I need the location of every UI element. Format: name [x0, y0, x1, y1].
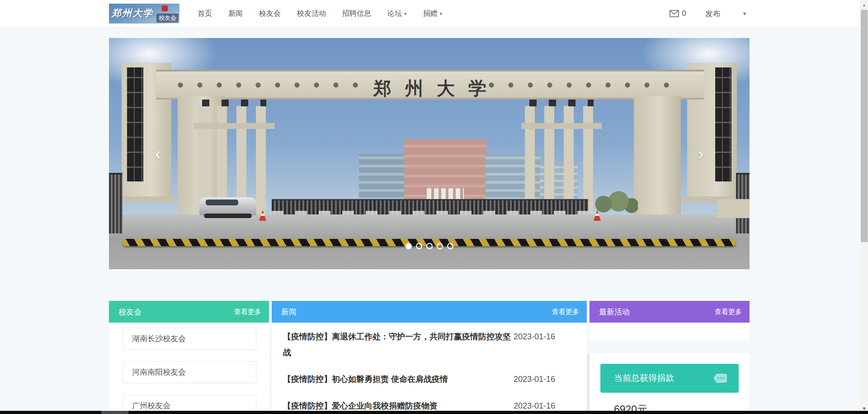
- trees: [595, 187, 638, 215]
- scroll-up-arrow[interactable]: ▲: [860, 1, 868, 9]
- donation-label: 当前总获得捐款: [614, 372, 674, 384]
- messages-button[interactable]: 0: [670, 9, 686, 18]
- section-title: 最新活动: [599, 307, 630, 317]
- nav-item-donate[interactable]: 捐赠▾: [423, 9, 443, 19]
- gate-emblems-left: [177, 81, 371, 89]
- publish-button[interactable]: 发布: [705, 9, 721, 19]
- nav-item-jobs[interactable]: 招聘信息: [342, 9, 371, 19]
- message-count: 0: [682, 9, 686, 18]
- donation-banner: 当前总获得捐款: [600, 364, 739, 393]
- nav-item-forum[interactable]: 论坛▾: [387, 9, 407, 19]
- carousel-dot-3[interactable]: [426, 243, 433, 249]
- news-section: 新闻 查看更多 【疫情防控】离退休工作处：守护一方，共同打赢疫情防控攻坚战 20…: [272, 301, 587, 411]
- carousel-dot-4[interactable]: [437, 243, 443, 249]
- news-title[interactable]: 【疫情防控】初心如磐勇担责 使命在肩战疫情: [283, 371, 448, 387]
- news-date: 2023-01-16: [514, 329, 555, 345]
- news-row[interactable]: 【疫情防控】爱心企业向我校捐赠防疫物资 2023-01-16: [283, 398, 555, 411]
- alumni-section: 校友会 查看更多 湖南长沙校友会 河南南阳校友会 广州校友会: [109, 301, 269, 411]
- user-menu-caret[interactable]: ▾: [740, 9, 750, 19]
- hero-carousel: 郑州大学 ‹ ›: [109, 38, 750, 269]
- gate-pier-right: [634, 96, 681, 219]
- main-nav: 首页 新闻 校友会 校友活动 招聘信息 论坛▾ 捐赠▾: [198, 9, 442, 19]
- nav-item-alumni[interactable]: 校友会: [259, 9, 281, 19]
- news-more-link[interactable]: 查看更多: [552, 308, 579, 316]
- logo-title: 郑州大学: [112, 7, 153, 19]
- parked-car: [199, 197, 256, 215]
- scrollbar-thumb[interactable]: [861, 10, 868, 242]
- news-title[interactable]: 【疫情防控】爱心企业向我校捐赠防疫物资: [283, 398, 438, 411]
- carousel-prev-button[interactable]: ‹: [149, 144, 167, 163]
- activity-list-empty: [590, 323, 750, 341]
- chevron-down-icon: ▾: [404, 11, 407, 17]
- envelope-icon: [670, 10, 679, 17]
- nav-item-activities[interactable]: 校友活动: [297, 9, 326, 19]
- logo-subtitle: 校友会: [156, 14, 179, 23]
- tag-icon: [712, 372, 728, 384]
- top-navbar: 郑州大学 校友会 首页 新闻 校友会 校友活动 招聘信息 论坛▾ 捐赠▾ 0 发…: [0, 0, 860, 28]
- content-columns: 校友会 查看更多 湖南长沙校友会 河南南阳校友会 广州校友会 新闻 查看更多 【…: [109, 301, 750, 411]
- navbar-right: 0 发布 ▾: [670, 9, 750, 19]
- alumni-more-link[interactable]: 查看更多: [234, 308, 261, 316]
- list-item[interactable]: 湖南长沙校友会: [123, 328, 256, 350]
- news-row[interactable]: 【疫情防控】初心如磐勇担责 使命在肩战疫情 2023-01-16: [283, 371, 555, 387]
- activity-more-link[interactable]: 查看更多: [715, 308, 742, 316]
- gate-emblems-right: [488, 81, 682, 89]
- list-item[interactable]: 河南南阳校友会: [123, 361, 256, 383]
- logo-seal-icon: [162, 5, 168, 11]
- news-header: 新闻 查看更多: [272, 301, 587, 323]
- activity-section: 最新活动 查看更多 当前总获得捐款 6920元: [590, 301, 750, 411]
- navbar-inner: 郑州大学 校友会 首页 新闻 校友会 校友活动 招聘信息 论坛▾ 捐赠▾ 0 发…: [109, 0, 750, 27]
- activity-header: 最新活动 查看更多: [590, 301, 750, 323]
- section-title: 校友会: [118, 307, 142, 317]
- alumni-list: 湖南长沙校友会 河南南阳校友会 广州校友会: [109, 323, 269, 411]
- donation-card: 当前总获得捐款 6920元: [590, 353, 750, 414]
- chevron-down-icon: ▾: [440, 11, 443, 17]
- news-title[interactable]: 【疫情防控】离退休工作处：守护一方，共同打赢疫情防控攻坚战: [283, 329, 514, 361]
- news-row[interactable]: 【疫情防控】离退休工作处：守护一方，共同打赢疫情防控攻坚战 2023-01-16: [283, 329, 555, 361]
- carousel-dot-1[interactable]: [406, 243, 412, 249]
- section-title: 新闻: [281, 307, 297, 317]
- campus-gate-photo: 郑州大学: [109, 38, 750, 269]
- carousel-dot-5[interactable]: [447, 243, 453, 249]
- site-logo[interactable]: 郑州大学 校友会: [109, 4, 179, 24]
- alumni-header: 校友会 查看更多: [109, 301, 269, 323]
- carousel-dot-2[interactable]: [416, 243, 422, 249]
- list-item[interactable]: 广州校友会: [123, 395, 256, 411]
- carousel-dots: [109, 243, 750, 249]
- news-date: 2023-01-16: [514, 371, 555, 387]
- bottom-edge-bar: [0, 411, 868, 414]
- nav-item-home[interactable]: 首页: [198, 9, 212, 19]
- news-list: 【疫情防控】离退休工作处：守护一方，共同打赢疫情防控攻坚战 2023-01-16…: [272, 323, 587, 411]
- nav-item-news[interactable]: 新闻: [228, 9, 243, 19]
- side-fence-left: [109, 173, 123, 233]
- carousel-next-button[interactable]: ›: [692, 144, 710, 163]
- scrollbar[interactable]: ▲ ▼: [860, 0, 868, 414]
- news-date: 2023-01-16: [514, 398, 555, 411]
